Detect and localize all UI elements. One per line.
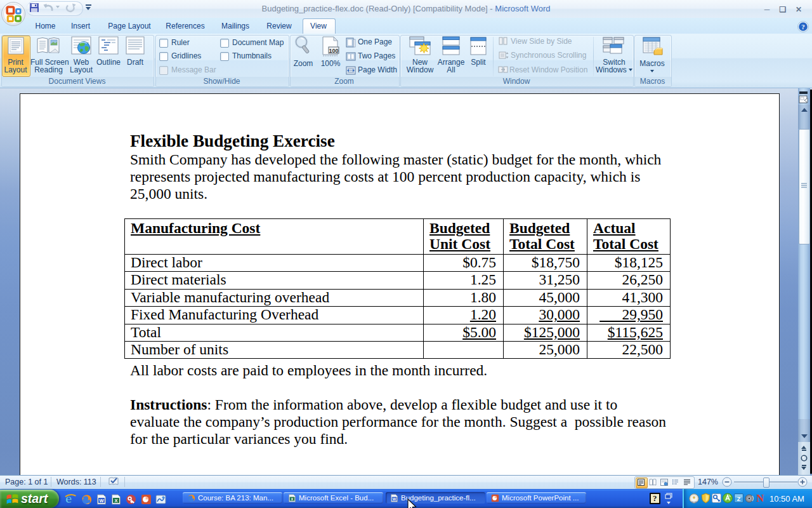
svg-text:Z: Z — [737, 496, 741, 502]
svg-text:X: X — [291, 497, 294, 500]
svg-text:X: X — [114, 498, 117, 504]
svg-text:W: W — [393, 497, 396, 500]
svg-text:?: ? — [801, 23, 805, 30]
svg-text:W: W — [99, 498, 104, 504]
svg-text:100: 100 — [329, 48, 338, 54]
